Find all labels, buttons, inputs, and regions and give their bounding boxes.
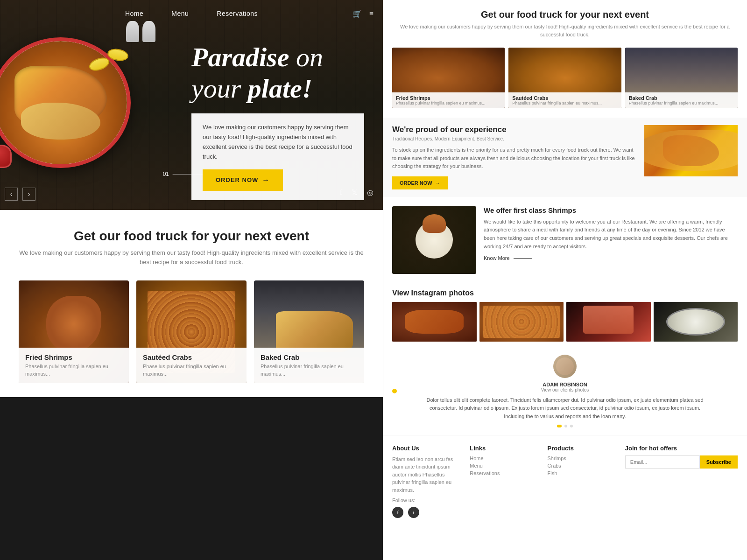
- experience-section: We're proud of our experience Traditiona…: [383, 118, 747, 197]
- footer-product-fish[interactable]: Fish: [548, 470, 616, 476]
- experience-description: To stock up on the ingredients is the pr…: [392, 146, 635, 171]
- right-event-sub: We love making our customers happy by se…: [397, 23, 733, 38]
- panel-divider: [383, 0, 383, 560]
- hero-box: We love making our customers happy by se…: [191, 113, 364, 200]
- right-panel: Get our food truck for your next event W…: [383, 0, 747, 560]
- ig-photo-3[interactable]: [566, 302, 651, 342]
- thumb3-sub: Phasellus pulvinar fringilla sapien eu m…: [629, 101, 734, 105]
- ig-photo-1[interactable]: [392, 302, 477, 342]
- left-main-content: Get our food truck for your next event W…: [0, 210, 383, 397]
- event-section-title: Get our food truck for your next event: [19, 229, 364, 244]
- footer-follow-label: Follow us:: [392, 497, 460, 503]
- newsletter-form: Subscribe: [625, 455, 738, 469]
- ig-photo-4[interactable]: [654, 302, 738, 342]
- ig1-food: [405, 310, 464, 334]
- shrimps-section: We offer first class Shrimps We would li…: [383, 202, 747, 279]
- thumb1-label: Fried Shrimps Phasellus pulvinar fringil…: [392, 92, 505, 108]
- nav-reservations[interactable]: Reservations: [217, 10, 258, 17]
- right-thumb-baked-crab[interactable]: Baked Crab Phasellus pulvinar fringilla …: [625, 48, 738, 108]
- shrimps-title: We offer first class Shrimps: [484, 206, 738, 214]
- footer-about-col: About Us Etiam sed leo non arcu fes diam…: [392, 445, 460, 518]
- right-thumb-sauteed-crabs[interactable]: Sautéed Crabs Phasellus pulvinar fringil…: [508, 48, 621, 108]
- footer-social-links: f t: [392, 507, 460, 518]
- experience-tags: Traditional Recipes. Modern Equipment. B…: [392, 136, 635, 141]
- footer-products-col: Products Shrimps Crabs Fish: [548, 445, 616, 518]
- sauteed-crabs-label: Sautéed Crabs Phasellus pulvinar fringil…: [136, 348, 247, 383]
- food-card-sauteed-crabs[interactable]: Sautéed Crabs Phasellus pulvinar fringil…: [136, 280, 247, 383]
- experience-order-btn[interactable]: ORDER NOW: [392, 176, 448, 189]
- hero-section: Home Menu Reservations 🛒 ≡ Paradise on: [0, 0, 383, 210]
- testimonial-dot-1[interactable]: [557, 425, 562, 427]
- shrimps-description: We would like to take this opportunity t…: [484, 218, 738, 251]
- baked-crab-desc: Phasellus pulvinar fringilla sapien eu m…: [261, 363, 358, 378]
- newsletter-submit[interactable]: Subscribe: [700, 455, 738, 469]
- order-now-button[interactable]: ORDER NOW: [203, 169, 283, 191]
- lobster-body: [644, 130, 738, 171]
- next-arrow[interactable]: ›: [22, 188, 35, 201]
- thumb1-name: Fried Shrimps: [396, 95, 501, 101]
- hero-content: Paradise on your plate! We love making o…: [191, 42, 369, 200]
- footer-about-text: Etiam sed leo non arcu fes diam ante tin…: [392, 455, 460, 494]
- ig3-bg: [566, 302, 651, 342]
- menu-icon[interactable]: ≡: [369, 9, 374, 18]
- testimonial-text: Dolor tellus elit elit complete laoreet.…: [425, 396, 705, 421]
- hero-title-on: on: [289, 42, 323, 72]
- know-more-link[interactable]: Know More: [484, 255, 738, 261]
- avatar-image: [556, 357, 574, 375]
- footer-products-title: Products: [548, 445, 616, 452]
- thumb2-sub: Phasellus pulvinar fringilla sapien eu m…: [512, 101, 617, 105]
- instagram-title: View Instagram photos: [392, 289, 738, 297]
- cart-icon[interactable]: 🛒: [352, 9, 362, 18]
- footer-product-shrimps[interactable]: Shrimps: [548, 455, 616, 461]
- sauteed-crabs-name: Sautéed Crabs: [143, 353, 240, 361]
- thumb2-label: Sautéed Crabs Phasellus pulvinar fringil…: [508, 92, 621, 108]
- right-food-thumbnails: Fried Shrimps Phasellus pulvinar fringil…: [383, 48, 747, 108]
- main-nav: Home Menu Reservations 🛒 ≡: [0, 0, 383, 27]
- footer-link-menu[interactable]: Menu: [470, 463, 538, 469]
- thumb1-sub: Phasellus pulvinar fringilla sapien eu m…: [396, 101, 501, 105]
- right-event-title: Get our food truck for your next event: [397, 9, 733, 20]
- rice-circle: [416, 221, 453, 259]
- prev-arrow[interactable]: ‹: [5, 188, 18, 201]
- nav-icons: 🛒 ≡: [352, 9, 374, 18]
- testimonial-nav: [392, 389, 397, 393]
- footer-link-home[interactable]: Home: [470, 455, 538, 461]
- footer-section: About Us Etiam sed leo non arcu fes diam…: [383, 435, 747, 526]
- footer-twitter-icon[interactable]: t: [408, 507, 419, 518]
- footer-facebook-icon[interactable]: f: [392, 507, 403, 518]
- footer-grid: About Us Etiam sed leo non arcu fes diam…: [392, 445, 738, 518]
- footer-product-crabs[interactable]: Crabs: [548, 463, 616, 469]
- food-card-baked-crab[interactable]: Baked Crab Phasellus pulvinar fringilla …: [254, 280, 364, 383]
- event-section-subtitle: We love making our customers happy by se…: [19, 248, 364, 266]
- food-card-fried-shrimps[interactable]: Fried Shrimps Phasellus pulvinar fringil…: [19, 280, 129, 383]
- right-thumb-fried-shrimps[interactable]: Fried Shrimps Phasellus pulvinar fringil…: [392, 48, 505, 108]
- footer-link-reservations[interactable]: Reservations: [470, 470, 538, 476]
- baked-crab-name: Baked Crab: [261, 353, 358, 361]
- testimonial-dot-2[interactable]: [564, 425, 567, 427]
- thumb3-label: Baked Crab Phasellus pulvinar fringilla …: [625, 92, 738, 108]
- sauce-cup: [0, 145, 12, 168]
- ig-photo-2[interactable]: [479, 302, 564, 342]
- testimonial-nav-dot: [392, 389, 397, 393]
- hero-title-plate: plate!: [248, 73, 313, 104]
- experience-image: [644, 125, 738, 176]
- ig1-bg: [392, 302, 477, 342]
- food-cards: Fried Shrimps Phasellus pulvinar fringil…: [19, 280, 364, 383]
- instagram-photos: [392, 302, 738, 342]
- nav-menu[interactable]: Menu: [171, 10, 189, 17]
- ig4-bg: [654, 302, 738, 342]
- testimonial-dot-3[interactable]: [570, 425, 573, 427]
- testimonial-name: ADAM ROBINSON: [392, 382, 738, 387]
- rice-topping: [423, 214, 446, 233]
- slide-current: 01: [163, 171, 169, 177]
- ig4-plate: [666, 308, 725, 336]
- shrimps-text: We offer first class Shrimps We would li…: [484, 206, 738, 261]
- footer-newsletter-col: Join for hot offers Subscribe: [625, 445, 738, 518]
- nav-home[interactable]: Home: [125, 10, 143, 17]
- fried-shrimps-name: Fried Shrimps: [25, 353, 122, 361]
- newsletter-input[interactable]: [625, 455, 700, 469]
- right-event-section: Get our food truck for your next event W…: [383, 0, 747, 48]
- baked-crab-label: Baked Crab Phasellus pulvinar fringilla …: [254, 348, 364, 383]
- experience-title: We're proud of our experience: [392, 125, 635, 134]
- instagram-section: View Instagram photos: [383, 283, 747, 347]
